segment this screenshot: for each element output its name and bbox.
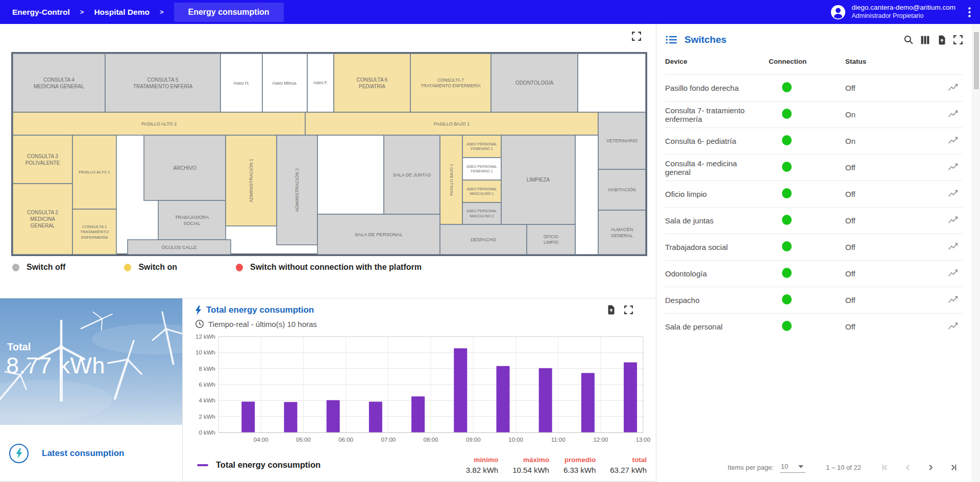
chart-stats: mínimo3.82 kWhmáximo10.54 kWhpromedio6.3…	[466, 456, 647, 474]
bottom-row: Total 8.77 kWh Latest consumption	[0, 298, 656, 482]
floorplan-room-label: Aseo F.	[313, 80, 328, 85]
bar[interactable]	[411, 396, 425, 433]
y-axis-tick-label: 8 kWh	[199, 366, 215, 372]
fullscreen-icon[interactable]	[624, 305, 633, 315]
floorplan-room[interactable]	[462, 202, 501, 224]
floorplan-room[interactable]	[578, 54, 646, 112]
switches-table: Device Connection Status Pasillo fondo d…	[665, 54, 963, 340]
items-per-page-select[interactable]: 10	[780, 462, 805, 473]
line-chart-icon[interactable]	[947, 216, 959, 224]
scrollbar[interactable]	[972, 24, 980, 482]
line-chart-icon[interactable]	[947, 163, 959, 171]
floorplan-room[interactable]	[13, 135, 72, 184]
device-name: Sala de personal	[665, 314, 769, 340]
column-header-connection[interactable]: Connection	[769, 54, 845, 75]
floorplan-room[interactable]	[462, 158, 501, 180]
connection-status-dot	[782, 241, 792, 251]
next-page-button[interactable]	[926, 463, 935, 472]
connection-cell	[769, 181, 845, 208]
lightning-icon	[195, 306, 202, 315]
y-axis-tick-label: 4 kWh	[199, 397, 215, 403]
avatar[interactable]	[830, 5, 846, 20]
wind-turbines-photo: Total 8.77 kWh	[0, 298, 182, 425]
fullscreen-icon[interactable]	[631, 31, 642, 41]
bar[interactable]	[327, 400, 340, 433]
table-row: Oficio limpioOff	[665, 181, 963, 208]
breadcrumb-current-page[interactable]: Energy consumption	[174, 3, 284, 22]
breadcrumb-site[interactable]: Hospital Demo	[94, 8, 150, 17]
table-row: Consulta 4- medicina generalOff	[665, 155, 963, 181]
latest-consumption-link[interactable]: Latest consumption	[42, 448, 125, 459]
columns-icon[interactable]	[920, 35, 930, 45]
last-page-button[interactable]	[949, 463, 958, 472]
floorplan-room[interactable]	[598, 210, 646, 255]
column-header-device[interactable]: Device	[665, 54, 769, 75]
line-chart-icon[interactable]	[947, 269, 959, 277]
line-chart-icon[interactable]	[947, 83, 959, 92]
latest-consumption: Latest consumption	[0, 425, 182, 481]
floorplan-room-label: ADMINISTRACIÓN 1	[249, 159, 254, 202]
column-header-status[interactable]: Status	[845, 54, 935, 75]
floorplan-room-label: CONSULTA 1TRATAMIENTOENFERMERÍA	[80, 224, 109, 240]
connection-cell	[769, 261, 845, 287]
device-name: Consulta 6- pediatría	[665, 128, 769, 155]
floorplan-room-label: ARCHIVO	[173, 165, 197, 171]
stat-label: mínimo	[466, 456, 498, 464]
connection-cell	[769, 75, 845, 102]
export-file-icon[interactable]	[937, 35, 946, 45]
previous-page-button[interactable]	[903, 463, 912, 472]
stat-label: promedio	[564, 456, 596, 464]
line-chart-icon[interactable]	[947, 295, 959, 304]
chart-icons	[606, 305, 633, 315]
y-axis-tick-label: 6 kWh	[199, 382, 215, 388]
chart-subtitle-row: Tiempo-real - último(s) 10 horas	[195, 319, 656, 328]
switches-toolbar	[903, 35, 963, 45]
chart-title: Total energy consumption	[206, 305, 314, 315]
floorplan-room[interactable]	[13, 54, 105, 112]
x-axis-tick-label: 13:00	[636, 437, 651, 443]
line-chart-icon[interactable]	[947, 110, 959, 118]
bar[interactable]	[454, 348, 467, 433]
device-name: Pasillo fondo derecha	[665, 75, 769, 102]
connection-status-dot	[782, 188, 792, 198]
table-row: OdontologíaOff	[665, 261, 963, 287]
switches-header: Switches	[656, 24, 972, 50]
bar[interactable]	[241, 401, 255, 433]
floorplan-room[interactable]	[105, 54, 220, 112]
line-chart-icon[interactable]	[947, 242, 959, 251]
scrollbar-thumb[interactable]	[974, 32, 979, 89]
line-chart-icon[interactable]	[947, 322, 959, 331]
floorplan-room[interactable]	[462, 180, 501, 202]
x-axis-tick-label: 11:00	[551, 437, 566, 443]
first-page-button[interactable]	[880, 463, 889, 472]
breadcrumb-app-title[interactable]: Energy-Control	[12, 8, 70, 17]
floorplan-room[interactable]	[462, 135, 501, 158]
bar[interactable]	[624, 362, 637, 433]
user-role: Administrador Propietario	[851, 12, 955, 20]
bar[interactable]	[496, 366, 509, 433]
table-row: Pasillo fondo derechaOff	[665, 75, 963, 102]
export-file-icon[interactable]	[606, 305, 616, 315]
main-content: CONSULTA 4MEDICINA GENERALCONSULTA 5TRAT…	[0, 24, 980, 482]
line-chart-icon[interactable]	[947, 136, 959, 145]
bar[interactable]	[369, 402, 382, 433]
floorplan-room[interactable]	[334, 54, 410, 112]
y-axis-tick-label: 10 kWh	[195, 349, 215, 356]
floorplan-room[interactable]	[158, 200, 226, 240]
kebab-menu-icon[interactable]	[968, 7, 971, 17]
line-chart-icon[interactable]	[947, 189, 959, 198]
floorplan-room-label: LIMPIEZA	[527, 177, 550, 183]
fullscreen-icon[interactable]	[953, 35, 963, 45]
legend-dot-icon	[236, 264, 243, 271]
switch-status: Off	[845, 314, 935, 340]
bar[interactable]	[581, 373, 595, 433]
floorplan-room[interactable]	[575, 135, 598, 255]
floorplan-room-label: OFICIOLIMPIO	[544, 234, 559, 245]
search-icon[interactable]	[903, 35, 914, 45]
bar[interactable]	[284, 402, 297, 433]
connection-status-dot	[782, 82, 792, 92]
floorplan-room[interactable]	[317, 135, 384, 214]
bar[interactable]	[539, 368, 552, 433]
switch-status: On	[845, 128, 935, 155]
y-axis-tick-label: 0 kWh	[199, 429, 215, 436]
